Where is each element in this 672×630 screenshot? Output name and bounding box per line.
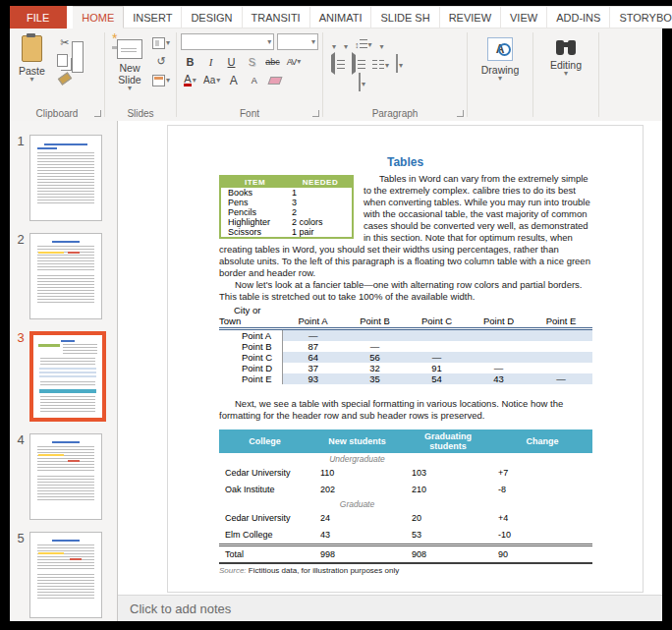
table-cell[interactable]: — <box>282 329 344 342</box>
slide-title[interactable]: Tables <box>168 155 643 169</box>
table-cell[interactable]: Cedar University <box>219 510 310 527</box>
columns-button[interactable] <box>372 55 389 73</box>
table-cell[interactable]: 202 <box>310 482 404 498</box>
table-cell[interactable]: 37 <box>282 363 344 373</box>
table-cell[interactable] <box>530 329 592 342</box>
tab-insert[interactable]: INSERT <box>124 6 182 29</box>
change-case-button[interactable]: Aa <box>201 73 222 87</box>
table-cell[interactable]: 20 <box>404 510 492 527</box>
slide-thumbnail[interactable] <box>29 233 102 319</box>
font-size-combobox[interactable] <box>277 33 318 50</box>
table-cell[interactable]: 91 <box>406 363 468 373</box>
table-cell[interactable] <box>530 352 592 363</box>
font-name-combobox[interactable] <box>181 33 274 50</box>
table-cell[interactable]: 53 <box>404 527 492 545</box>
tab-transitions[interactable]: TRANSITI <box>243 6 310 29</box>
table-cell[interactable]: Point A <box>219 329 282 342</box>
table-cell[interactable]: 2 <box>289 207 353 217</box>
numbering-button[interactable] <box>343 36 348 54</box>
font-dialog-launcher[interactable] <box>312 110 319 117</box>
table-cell[interactable]: Highlighter <box>220 217 289 227</box>
tab-design[interactable]: DESIGN <box>182 6 242 29</box>
table-cell[interactable]: 908 <box>404 545 492 564</box>
table-cell[interactable]: 103 <box>404 465 492 482</box>
table-cell[interactable]: 210 <box>404 482 492 498</box>
table-cell[interactable] <box>468 352 530 363</box>
table-cell[interactable]: 90 <box>492 545 592 564</box>
table-cell[interactable]: Books <box>220 188 289 198</box>
distance-table[interactable]: City or Town Point A Point B Point C Poi… <box>219 305 592 384</box>
college-table[interactable]: College New students Graduating students… <box>219 430 592 564</box>
paragraph-fancier-table[interactable]: Now let's look at a fancier table—one wi… <box>219 279 592 303</box>
table-cell[interactable]: Pens <box>220 198 289 207</box>
text-shadow-button[interactable]: S <box>243 54 261 69</box>
paragraph-special-formatting[interactable]: Next, we see a table with special format… <box>219 398 592 422</box>
paste-button[interactable]: Paste <box>14 33 50 86</box>
slide-canvas[interactable]: Tables ITEM NEEDED Books1 Pens3 Pencils2 <box>167 125 644 593</box>
line-spacing-button[interactable]: ↕ <box>355 39 372 50</box>
table-cell[interactable]: 24 <box>310 510 404 527</box>
clipboard-dialog-launcher[interactable] <box>94 110 101 117</box>
thumbnail-slide-1[interactable]: 1 <box>12 135 117 221</box>
decrease-font-size-button[interactable]: A <box>245 73 263 87</box>
font-color-button[interactable]: A <box>181 73 199 87</box>
table-cell[interactable]: Point D <box>219 363 282 373</box>
supplies-table[interactable]: ITEM NEEDED Books1 Pens3 Pencils2 Highli… <box>219 175 354 239</box>
section-button[interactable] <box>152 73 170 87</box>
table-cell[interactable]: Oak Institute <box>219 482 310 498</box>
format-painter-button[interactable] <box>56 71 74 86</box>
table-cell[interactable]: 1 pair <box>289 227 353 238</box>
increase-indent-button[interactable] <box>352 55 365 73</box>
align-text-button[interactable] <box>396 55 403 73</box>
table-cell[interactable] <box>530 341 592 352</box>
table-cell[interactable]: 3 <box>289 198 353 207</box>
smartart-button[interactable] <box>359 74 365 91</box>
table-cell[interactable] <box>406 341 468 352</box>
underline-button[interactable]: U <box>222 54 241 69</box>
decrease-indent-button[interactable] <box>331 55 345 73</box>
thumbnail-slide-2[interactable]: 2 <box>12 233 117 319</box>
table-cell[interactable]: -10 <box>492 527 592 545</box>
text-direction-button[interactable] <box>379 36 384 54</box>
table-cell[interactable] <box>468 329 530 342</box>
slide-thumbnail[interactable] <box>29 433 102 520</box>
table-cell[interactable]: Point C <box>219 352 282 363</box>
new-slide-button[interactable]: * New Slide <box>109 33 150 93</box>
tab-review[interactable]: REVIEW <box>440 6 501 29</box>
table-cell[interactable]: 64 <box>282 352 344 363</box>
table-cell[interactable]: 2 colors <box>289 217 353 227</box>
bold-button[interactable]: B <box>181 54 199 69</box>
table-cell[interactable]: Scissors <box>220 227 289 238</box>
clear-formatting-button[interactable] <box>265 73 284 87</box>
table-cell[interactable]: — <box>406 352 468 363</box>
table-cell[interactable]: Pencils <box>220 207 289 217</box>
table-cell[interactable]: +7 <box>492 465 592 482</box>
tab-animations[interactable]: ANIMATI <box>310 6 372 29</box>
increase-font-size-button[interactable]: A <box>224 73 243 87</box>
thumbnail-slide-4[interactable]: 4 <box>12 433 117 520</box>
character-spacing-button[interactable]: AV <box>284 54 303 69</box>
thumbnail-slide-3[interactable]: 3 <box>12 331 117 422</box>
table-cell[interactable]: 54 <box>406 373 468 384</box>
tab-addins[interactable]: ADD-INS <box>547 6 610 29</box>
table-cell[interactable] <box>530 363 592 373</box>
table-cell[interactable]: 93 <box>282 373 344 384</box>
table-cell[interactable]: 110 <box>310 465 404 482</box>
tab-home[interactable]: HOME <box>73 6 124 29</box>
table-cell[interactable]: Cedar University <box>219 465 310 482</box>
table-cell[interactable]: +4 <box>492 510 592 527</box>
thumbnail-slide-5[interactable]: 5 <box>12 532 117 618</box>
tab-slideshow[interactable]: SLIDE SH <box>371 6 439 29</box>
table-cell[interactable] <box>344 329 406 342</box>
tab-file[interactable]: FILE <box>10 6 67 29</box>
reset-slide-button[interactable]: ↺ <box>152 54 170 69</box>
table-cell[interactable] <box>406 329 468 342</box>
table-cell[interactable] <box>468 341 530 352</box>
bullets-button[interactable] <box>331 36 336 54</box>
slide-thumbnail[interactable] <box>29 532 102 618</box>
table-cell[interactable]: Total <box>219 545 310 564</box>
table-cell[interactable]: 56 <box>344 352 406 363</box>
table-cell[interactable]: -8 <box>492 482 592 498</box>
table-cell[interactable]: Point B <box>219 341 282 352</box>
table-cell[interactable]: 1 <box>289 188 353 198</box>
